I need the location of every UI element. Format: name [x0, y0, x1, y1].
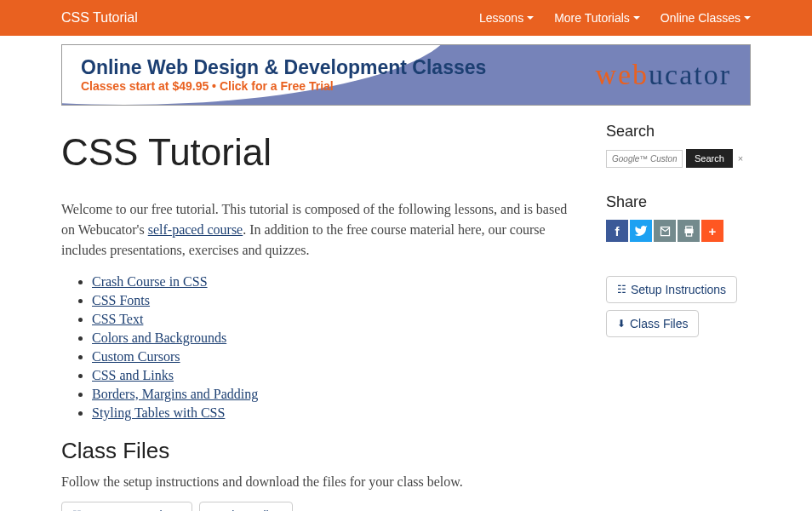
chevron-down-icon	[744, 16, 751, 20]
class-files-button[interactable]: ⬇Class Files	[606, 310, 699, 337]
more-share-icon[interactable]: +	[701, 220, 723, 242]
close-icon[interactable]: ×	[736, 153, 745, 164]
lesson-link[interactable]: Crash Course in CSS	[92, 274, 208, 289]
list-item: Styling Tables with CSS	[92, 405, 572, 421]
search-row: Search ×	[606, 149, 751, 168]
class-files-button[interactable]: ⬇Class Files	[199, 502, 292, 511]
nav-lessons[interactable]: Lessons	[479, 11, 534, 25]
sidebar-buttons: ☷Setup Instructions ⬇Class Files	[606, 276, 751, 344]
search-button[interactable]: Search	[686, 149, 733, 168]
nav-item-label: Lessons	[479, 11, 523, 25]
list-item: Crash Course in CSS	[92, 274, 572, 290]
svg-rect-0	[685, 226, 692, 228]
nav-item-label: More Tutorials	[554, 11, 630, 25]
search-input[interactable]	[606, 150, 683, 168]
lesson-link[interactable]: Custom Cursors	[92, 349, 180, 364]
list-item: Custom Cursors	[92, 349, 572, 365]
lesson-link[interactable]: Colors and Backgrounds	[92, 330, 226, 345]
search-heading: Search	[606, 123, 751, 141]
nav-online-classes[interactable]: Online Classes	[660, 11, 751, 25]
nav-item-label: Online Classes	[660, 11, 741, 25]
list-item: CSS and Links	[92, 368, 572, 383]
nav-more-tutorials[interactable]: More Tutorials	[554, 11, 640, 25]
promo-banner[interactable]: Online Web Design & Development Classes …	[61, 44, 751, 106]
list-item: CSS Text	[92, 312, 572, 327]
list-item: Colors and Backgrounds	[92, 330, 572, 346]
facebook-icon[interactable]: f	[606, 220, 628, 242]
page-title: CSS Tutorial	[61, 131, 572, 174]
share-heading: Share	[606, 193, 751, 211]
self-paced-course-link[interactable]: self-paced course	[148, 222, 243, 237]
list-item: Borders, Margins and Padding	[92, 387, 572, 402]
button-row: ☷Setup Instructions ⬇Class Files	[61, 502, 572, 511]
intro-paragraph: Welcome to our free tutorial. This tutor…	[61, 199, 572, 261]
top-navbar: CSS Tutorial Lessons More Tutorials Onli…	[0, 0, 812, 36]
lesson-link[interactable]: CSS Text	[92, 312, 143, 326]
twitter-icon[interactable]	[630, 220, 652, 242]
lesson-link[interactable]: CSS and Links	[92, 368, 174, 382]
main-content: CSS Tutorial Welcome to our free tutoria…	[61, 123, 572, 511]
webucator-logo: webucator	[595, 59, 731, 91]
banner-subtitle: Classes start at $49.95 • Click for a Fr…	[81, 79, 486, 93]
setup-instructions-button[interactable]: ☷Setup Instructions	[606, 276, 737, 303]
list-icon: ☷	[617, 284, 626, 296]
download-icon: ⬇	[617, 318, 626, 330]
lesson-link[interactable]: Styling Tables with CSS	[92, 405, 225, 420]
class-files-heading: Class Files	[61, 438, 572, 464]
print-icon[interactable]	[678, 220, 700, 242]
nav-links: Lessons More Tutorials Online Classes	[479, 11, 751, 25]
chevron-down-icon	[527, 16, 534, 20]
lessons-list: Crash Course in CSS CSS Fonts CSS Text C…	[61, 274, 572, 421]
class-files-text: Follow the setup instructions and downlo…	[61, 474, 572, 490]
share-row: f +	[606, 220, 751, 242]
brand-title[interactable]: CSS Tutorial	[61, 10, 138, 26]
email-icon[interactable]	[654, 220, 676, 242]
sidebar: Search Search × Share f + ☷Setup Instruc…	[606, 123, 751, 511]
lesson-link[interactable]: Borders, Margins and Padding	[92, 387, 258, 401]
list-item: CSS Fonts	[92, 293, 572, 308]
setup-instructions-button[interactable]: ☷Setup Instructions	[61, 502, 192, 511]
chevron-down-icon	[633, 16, 640, 20]
banner-title: Online Web Design & Development Classes	[81, 57, 486, 78]
lesson-link[interactable]: CSS Fonts	[92, 293, 150, 307]
